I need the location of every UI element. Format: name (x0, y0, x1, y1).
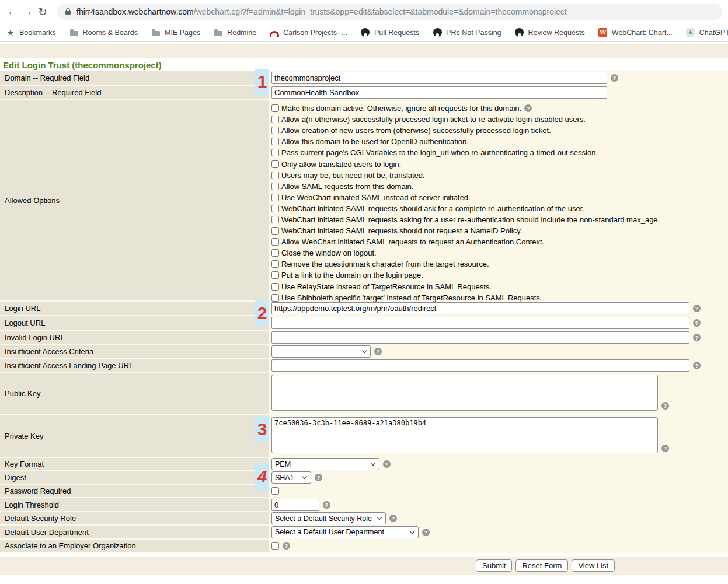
help-icon[interactable] (283, 542, 290, 550)
default-security-role-label: Default Security Role (0, 512, 270, 524)
url-bar[interactable]: fhirr4sandbox.webchartnow.com/webchart.c… (57, 4, 722, 20)
bookmark-item[interactable]: Pull Requests (361, 28, 419, 37)
password-required-checkbox[interactable] (271, 487, 279, 495)
help-icon[interactable] (693, 362, 701, 369)
row-insufficient-access-landing: Insufficient Access Landing Page URL (0, 359, 728, 373)
help-icon[interactable] (323, 501, 330, 509)
digest-select[interactable]: SHA1 (271, 471, 311, 484)
bookmark-icon (6, 28, 15, 37)
forward-button[interactable]: → (20, 5, 35, 18)
lock-icon[interactable] (65, 11, 71, 15)
option-checkbox[interactable] (271, 227, 279, 235)
help-icon[interactable] (315, 474, 322, 481)
bookmark-item[interactable]: Carlson Projects -... (270, 28, 347, 37)
public-key-textarea[interactable] (271, 375, 658, 411)
option-checkbox[interactable] (271, 216, 279, 223)
annotation-3: 3 (255, 417, 269, 442)
insufficient-access-landing-input[interactable] (271, 359, 689, 372)
option-checkbox[interactable] (271, 205, 279, 212)
row-digest: Digest SHA1 (0, 471, 728, 485)
login-url-label: Login URL (0, 302, 270, 315)
footer-band: Submit Reset Form View List (0, 557, 728, 575)
row-login-threshold: Login Threshold (0, 498, 728, 512)
help-icon[interactable] (661, 445, 669, 452)
bookmark-item[interactable]: WebChart: Chart... (598, 28, 673, 37)
employer-org-checkbox[interactable] (271, 542, 279, 550)
option-label: Allow WebChart initiated SAML requests t… (281, 237, 544, 246)
logout-url-input[interactable] (271, 317, 689, 329)
option-checkbox[interactable] (271, 104, 279, 112)
option-checkbox[interactable] (271, 172, 279, 179)
option-label: Allow a(n otherwise) successfully proces… (281, 115, 586, 124)
invalid-login-url-input[interactable] (271, 331, 689, 344)
help-icon[interactable] (693, 334, 701, 341)
insufficient-access-criteria-select[interactable] (271, 345, 371, 358)
insufficient-access-landing-label: Insufficient Access Landing Page URL (0, 359, 270, 372)
option-checkbox[interactable] (271, 116, 279, 123)
option-label: Put a link to the domain on the login pa… (281, 271, 423, 279)
url-domain: fhirr4sandbox.webchartnow.com (76, 7, 194, 16)
bookmark-label: MIE Pages (165, 29, 200, 37)
option-checkbox[interactable] (271, 238, 279, 246)
allowed-option: WebChart initiated SAML requests should … (271, 203, 660, 214)
view-list-button[interactable]: View List (572, 559, 615, 572)
reload-button[interactable]: ↻ (35, 5, 50, 19)
help-icon[interactable] (422, 529, 430, 536)
form-actions: Submit Reset Form View List (476, 559, 615, 572)
bookmark-item[interactable]: Review Requests (515, 28, 585, 37)
select-value: SHA1 (275, 474, 299, 482)
domain-input[interactable] (271, 72, 607, 84)
login-threshold-label: Login Threshold (0, 498, 270, 511)
bookmark-item[interactable]: MIE Pages (151, 28, 200, 37)
back-button[interactable]: ← (5, 5, 20, 18)
key-format-select[interactable]: PEM (271, 458, 379, 470)
option-checkbox[interactable] (271, 283, 279, 291)
private-key-textarea[interactable]: 7ce50036-3c3b-11ee-8689-a21a380b19b4 (271, 417, 658, 453)
option-checkbox[interactable] (271, 149, 279, 156)
option-label: Use Shibboleth specific 'target' instead… (281, 293, 542, 302)
bookmark-icon (686, 28, 695, 37)
annotation-2: 2 (255, 300, 269, 326)
help-icon[interactable] (693, 305, 701, 312)
option-checkbox[interactable] (271, 194, 279, 201)
bookmark-item[interactable]: Rooms & Boards (69, 28, 138, 37)
help-icon[interactable] (611, 74, 618, 82)
option-label: Make this domain active. Otherwise, igno… (281, 104, 521, 113)
bookmark-icon (270, 28, 279, 37)
reset-form-button[interactable]: Reset Form (515, 559, 568, 572)
bookmark-item[interactable]: Redmine (214, 28, 256, 37)
employer-org-label: Associate to an Employer Organization (0, 540, 270, 552)
help-icon[interactable] (389, 515, 397, 522)
allowed-option: WebChart initiated SAML requests should … (271, 225, 660, 236)
annotation-1: 1 (255, 69, 269, 95)
help-icon[interactable] (661, 402, 669, 410)
bookmark-item[interactable]: PRs Not Passing (433, 28, 501, 37)
option-checkbox[interactable] (271, 183, 279, 190)
default-user-department-select[interactable]: Select a Default User Department (271, 526, 419, 538)
submit-button[interactable]: Submit (476, 559, 512, 572)
option-checkbox[interactable] (271, 138, 279, 145)
row-insufficient-access-criteria: Insufficient Access Criteria (0, 345, 728, 359)
option-checkbox[interactable] (271, 160, 279, 168)
chevron-down-icon (410, 529, 414, 533)
bookmark-icon (361, 28, 370, 37)
login-url-input[interactable] (271, 302, 689, 314)
option-label: Users may be, but need not be, translate… (281, 171, 425, 180)
row-description: Description -- Required Field (0, 86, 728, 100)
help-icon[interactable] (693, 319, 701, 327)
option-label: Allow this domain to be used for OpenID … (281, 137, 469, 146)
allowed-option: Allow a(n otherwise) successfully proces… (271, 114, 660, 125)
option-checkbox[interactable] (271, 294, 279, 302)
option-checkbox[interactable] (271, 271, 279, 279)
option-checkbox[interactable] (271, 127, 279, 134)
help-icon[interactable] (383, 460, 391, 468)
help-icon[interactable] (524, 104, 532, 112)
option-checkbox[interactable] (271, 260, 279, 268)
default-security-role-select[interactable]: Select a Default Security Role (271, 512, 386, 524)
bookmark-item[interactable]: ChatGPT (686, 28, 728, 37)
help-icon[interactable] (374, 348, 382, 355)
option-checkbox[interactable] (271, 249, 279, 257)
bookmark-item[interactable]: Bookmarks (6, 28, 56, 37)
login-threshold-input[interactable] (271, 499, 319, 511)
description-input[interactable] (271, 86, 607, 99)
